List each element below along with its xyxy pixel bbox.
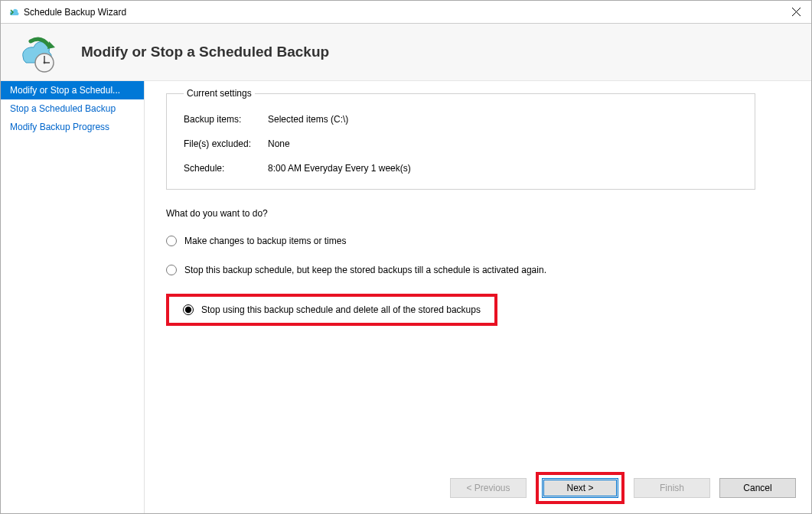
radio-label: Stop using this backup schedule and dele…	[201, 304, 481, 315]
current-settings-group: Current settings Backup items: Selected …	[166, 93, 755, 190]
settings-label: Schedule:	[184, 163, 268, 174]
finish-button: Finish	[634, 478, 710, 498]
close-button[interactable]	[782, 2, 810, 23]
settings-label: File(s) excluded:	[184, 138, 268, 149]
page-title: Modify or Stop a Scheduled Backup	[81, 44, 329, 60]
settings-label: Backup items:	[184, 114, 268, 125]
radio-label: Make changes to backup items or times	[184, 236, 346, 246]
highlighted-option-box: Stop using this backup schedule and dele…	[166, 294, 497, 326]
sidebar-item-modify-stop[interactable]: Modify or Stop a Schedul...	[1, 81, 144, 99]
option-stop-keep[interactable]: Stop this backup schedule, but keep the …	[166, 265, 790, 275]
action-prompt: What do you want to do?	[166, 208, 790, 219]
wizard-body: Modify or Stop a Schedul... Stop a Sched…	[1, 81, 811, 514]
cancel-button[interactable]: Cancel	[719, 478, 796, 498]
previous-button: < Previous	[450, 478, 527, 498]
next-button[interactable]: Next >	[542, 478, 618, 498]
wizard-main: Current settings Backup items: Selected …	[145, 81, 811, 514]
sidebar-item-stop-scheduled[interactable]: Stop a Scheduled Backup	[1, 99, 144, 118]
wizard-steps-sidebar: Modify or Stop a Schedul... Stop a Sched…	[1, 81, 145, 514]
option-make-changes[interactable]: Make changes to backup items or times	[166, 236, 790, 246]
svg-point-6	[44, 62, 46, 64]
settings-value: None	[268, 138, 290, 149]
app-icon	[7, 6, 19, 18]
radio-make-changes[interactable]	[166, 236, 177, 246]
radio-label: Stop this backup schedule, but keep the …	[184, 265, 546, 275]
wizard-footer: < Previous Next > Finish Cancel	[450, 472, 796, 504]
settings-row-excluded: File(s) excluded: None	[184, 138, 738, 149]
radio-stop-delete[interactable]	[183, 304, 194, 315]
radio-stop-keep[interactable]	[166, 265, 177, 275]
sidebar-item-modify-progress[interactable]: Modify Backup Progress	[1, 118, 144, 136]
titlebar: Schedule Backup Wizard	[1, 1, 811, 24]
settings-value: Selected items (C:\)	[268, 114, 348, 125]
settings-value: 8:00 AM Everyday Every 1 week(s)	[268, 163, 411, 174]
highlighted-next-box: Next >	[536, 472, 624, 504]
wizard-header: Modify or Stop a Scheduled Backup	[1, 24, 811, 81]
window-title: Schedule Backup Wizard	[24, 7, 782, 18]
settings-row-backup-items: Backup items: Selected items (C:\)	[184, 114, 738, 125]
settings-row-schedule: Schedule: 8:00 AM Everyday Every 1 week(…	[184, 163, 738, 174]
settings-legend: Current settings	[184, 88, 255, 99]
backup-cloud-icon	[12, 31, 58, 73]
option-stop-delete[interactable]: Stop using this backup schedule and dele…	[183, 304, 481, 315]
